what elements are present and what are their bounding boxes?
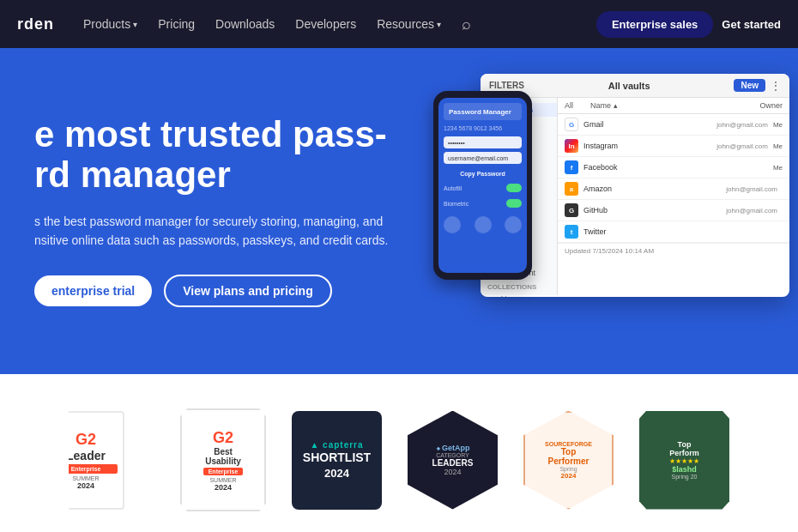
app-screenshot: Password Manager 1234 5678 9012 3456 •••… (433, 65, 789, 331)
award-g2-leader-partial: G2 Leader Enterprise SUMMER 2024 (69, 411, 154, 510)
table-row[interactable]: G Gmail john@gmail.com Me (558, 114, 789, 136)
awards-section: G2 Leader Enterprise SUMMER 2024 G2 Best… (0, 374, 798, 532)
search-icon[interactable]: ⌕ (453, 10, 480, 39)
nav-developers[interactable]: Developers (287, 12, 365, 36)
table-row[interactable]: t Twitter (558, 221, 789, 243)
table-row[interactable]: G GitHub john@gmail.com (558, 200, 789, 221)
nav-resources[interactable]: Resources ▾ (368, 12, 450, 36)
table-row[interactable]: In Instagram john@gmail.com Me (558, 136, 789, 157)
hero-content: e most trusted pass-rd manager s the bes… (34, 115, 429, 306)
hero-buttons: enterprise trial View plans and pricing (34, 275, 429, 307)
navigation: rden Products ▾ Pricing Downloads Develo… (0, 0, 798, 48)
logo: rden (17, 15, 54, 33)
award-getapp: ⬥ GetApp CATEGORY LEADERS 2024 (408, 411, 498, 510)
table-row[interactable]: a Amazon john@gmail.com (558, 178, 789, 200)
award-capterra: ▲ capterra SHORTLIST 2024 (292, 411, 382, 510)
nav-downloads[interactable]: Downloads (207, 12, 283, 36)
award-slashdot: Top Perform ★★★★★ $lashd Spring 20 (639, 411, 729, 510)
award-g2-usability: G2 BestUsability Enterprise SUMMER 2024 (180, 408, 266, 511)
enterprise-sales-button[interactable]: Enterprise sales (596, 11, 713, 38)
nav-items: Products ▾ Pricing Downloads Developers … (75, 10, 596, 39)
plans-pricing-button[interactable]: View plans and pricing (164, 275, 331, 307)
vault-main: All Name ▴ Owner G Gmail john@gmail.com … (558, 98, 789, 295)
chevron-down-icon: ▾ (133, 20, 137, 29)
nav-products[interactable]: Products ▾ (75, 12, 146, 36)
all-vaults-label: All vaults (608, 81, 650, 91)
award-sourceforge: SOURCEFORGE TopPerformer Spring 2024 (523, 411, 614, 510)
nav-pricing[interactable]: Pricing (149, 12, 203, 36)
filters-label: FILTERS (489, 81, 524, 90)
hero-description: s the best password manager for securely… (34, 212, 395, 251)
nav-right: Enterprise sales Get started (596, 11, 781, 38)
hero-title: e most trusted pass-rd manager (34, 115, 429, 194)
sidebar-banking[interactable]: Banking (481, 293, 557, 297)
hero-section: e most trusted pass-rd manager s the bes… (0, 48, 798, 374)
phone-mockup: Password Manager 1234 5678 9012 3456 •••… (433, 91, 532, 280)
trial-button[interactable]: enterprise trial (34, 275, 152, 306)
chevron-down-icon: ▾ (437, 20, 441, 29)
new-button[interactable]: New (734, 79, 765, 92)
table-row[interactable]: f Facebook Me (558, 157, 789, 178)
get-started-button[interactable]: Get started (722, 18, 781, 31)
